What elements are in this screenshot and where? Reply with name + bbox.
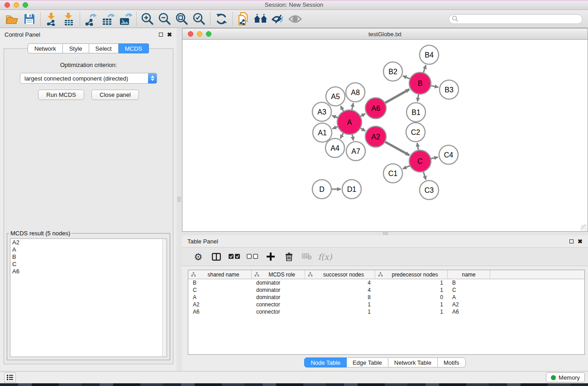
column-header-MCDS-role[interactable]: MCDS role — [252, 270, 305, 279]
result-list-item[interactable]: A — [10, 246, 167, 253]
graph-edge-A-A6[interactable] — [360, 114, 365, 116]
table-cell[interactable]: 1 — [375, 279, 448, 286]
birds-eye-view-button[interactable] — [287, 11, 304, 27]
table-cell[interactable]: A6 — [448, 308, 490, 315]
delete-column-button[interactable] — [281, 249, 297, 264]
result-list-item[interactable]: A2 — [10, 239, 167, 246]
task-history-button[interactable] — [4, 372, 16, 382]
horizontal-splitter[interactable] — [182, 232, 588, 235]
optimization-criterion-select[interactable]: largest connected component (directed) — [20, 73, 157, 84]
graphics-details-button[interactable] — [269, 11, 287, 27]
import-network-button[interactable] — [43, 11, 60, 27]
table-cell[interactable]: B — [448, 279, 490, 286]
table-cell[interactable]: B — [188, 279, 252, 286]
zoom-fit-button[interactable] — [173, 11, 191, 27]
table-cell[interactable]: 1 — [375, 301, 448, 308]
graph-edge-A-A4[interactable] — [340, 133, 344, 139]
table-cell[interactable]: A6 — [188, 308, 252, 315]
table-cell[interactable]: A — [188, 294, 252, 301]
import-table-button[interactable] — [60, 11, 77, 27]
graph-edge-A-A3[interactable] — [332, 115, 338, 118]
save-session-button[interactable] — [21, 11, 38, 27]
graph-edge-A-A2[interactable] — [360, 128, 366, 131]
clone-network-button[interactable] — [235, 11, 252, 27]
tab-style[interactable]: Style — [63, 43, 89, 53]
graph-edge-A-A7[interactable] — [352, 134, 354, 140]
export-network-button[interactable] — [82, 11, 100, 27]
tab-select[interactable]: Select — [89, 43, 119, 53]
graph-edge-C-C4[interactable] — [430, 157, 438, 159]
table-cell[interactable]: 8 — [305, 294, 375, 301]
table-cell[interactable]: dominator — [252, 279, 305, 286]
float-panel-icon[interactable] — [159, 33, 163, 37]
graph-edge-B-B1[interactable] — [417, 94, 418, 101]
tab-edge-table[interactable]: Edge Table — [347, 357, 388, 367]
unselect-all-columns-button[interactable] — [244, 249, 261, 264]
column-header-name[interactable]: name — [448, 270, 490, 279]
create-column-button[interactable] — [263, 249, 279, 264]
column-header-shared-name[interactable]: shared name — [188, 270, 252, 279]
search-field[interactable] — [449, 14, 583, 24]
select-all-columns-button[interactable] — [226, 249, 243, 264]
home-view-button[interactable] — [252, 11, 269, 27]
delete-table-button[interactable] — [299, 249, 315, 264]
graph-edge-C-C1[interactable] — [403, 166, 410, 169]
graph-edge-A6-B[interactable] — [385, 89, 409, 103]
graph-edge-A-A5[interactable] — [340, 106, 344, 111]
open-file-button[interactable] — [4, 11, 21, 27]
network-canvas[interactable]: ABCA2A6A1A3A4A5A7A8B1B2B3B4C1C2C3C4DD1 — [182, 40, 588, 232]
table-cell[interactable]: 1 — [305, 308, 375, 315]
refresh-view-button[interactable] — [213, 11, 230, 27]
result-list-item[interactable]: A6 — [10, 268, 167, 275]
table-cell[interactable]: A — [448, 294, 490, 301]
splitter-grip-icon[interactable] — [383, 232, 388, 235]
export-image-button[interactable] — [117, 11, 134, 27]
column-header-successor-nodes[interactable]: successor nodes — [305, 270, 375, 279]
table-cell[interactable]: 4 — [305, 279, 375, 286]
table-cell[interactable]: C — [448, 286, 490, 294]
table-cell[interactable]: dominator — [252, 286, 305, 294]
table-cell[interactable]: 1 — [375, 286, 448, 294]
table-options-button[interactable]: ⚙ — [190, 249, 206, 264]
table-row[interactable]: A6connector11A6 — [188, 308, 584, 315]
zoom-in-button[interactable] — [139, 11, 156, 27]
tab-motifs[interactable]: Motifs — [438, 357, 466, 367]
vertical-splitter[interactable] — [177, 28, 182, 371]
table-cell[interactable]: connector — [252, 301, 305, 308]
table-row[interactable]: Adominator80A — [188, 294, 584, 301]
close-panel-icon[interactable]: ✖ — [167, 33, 172, 37]
result-list-item[interactable]: C — [10, 261, 167, 268]
float-panel-icon[interactable] — [569, 239, 574, 243]
graph-edge-C-C2[interactable] — [417, 143, 419, 151]
graph-edge-A2-C[interactable] — [385, 142, 409, 155]
table-cell[interactable]: 4 — [305, 286, 375, 294]
table-cell[interactable]: 1 — [375, 308, 448, 315]
mcds-result-list[interactable]: A2ABCA6 — [10, 238, 167, 357]
graph-edge-A-A1[interactable] — [332, 127, 338, 129]
table-cell[interactable]: 0 — [375, 294, 448, 301]
graph-edge-C-C3[interactable] — [423, 172, 426, 180]
graph-edge-B-B4[interactable] — [423, 65, 425, 73]
graph-edge-B-B2[interactable] — [403, 76, 410, 79]
search-input[interactable] — [459, 15, 582, 23]
show-column-panel-button[interactable] — [208, 249, 225, 264]
tab-mcds[interactable]: MCDS — [119, 43, 149, 53]
zoom-selected-button[interactable] — [191, 11, 208, 27]
table-row[interactable]: A2connector11A2 — [188, 301, 584, 308]
graph-edge-B-B3[interactable] — [430, 86, 438, 87]
table-cell[interactable]: A2 — [188, 301, 252, 308]
run-mcds-button[interactable]: Run MCDS — [38, 90, 84, 100]
table-cell[interactable]: 1 — [305, 301, 375, 308]
table-cell[interactable]: connector — [252, 308, 305, 315]
table-cell[interactable]: C — [188, 286, 252, 294]
table-row[interactable]: Cdominator41C — [188, 286, 584, 294]
network-graph[interactable]: ABCA2A6A1A3A4A5A7A8B1B2B3B4C1C2C3C4DD1 — [182, 40, 588, 231]
node-table[interactable]: shared nameMCDS rolesuccessor nodesprede… — [188, 270, 585, 355]
table-cell[interactable]: dominator — [252, 294, 305, 301]
column-header-predecessor-nodes[interactable]: predecessor nodes — [375, 270, 448, 279]
network-window-titlebar[interactable]: testGlobe.txt — [182, 28, 588, 40]
function-builder-button[interactable]: f(x) — [317, 249, 333, 264]
close-panel-icon[interactable]: ✖ — [578, 239, 583, 243]
graph-edge-A-A8[interactable] — [352, 103, 353, 110]
result-scrollbar[interactable] — [162, 239, 167, 357]
